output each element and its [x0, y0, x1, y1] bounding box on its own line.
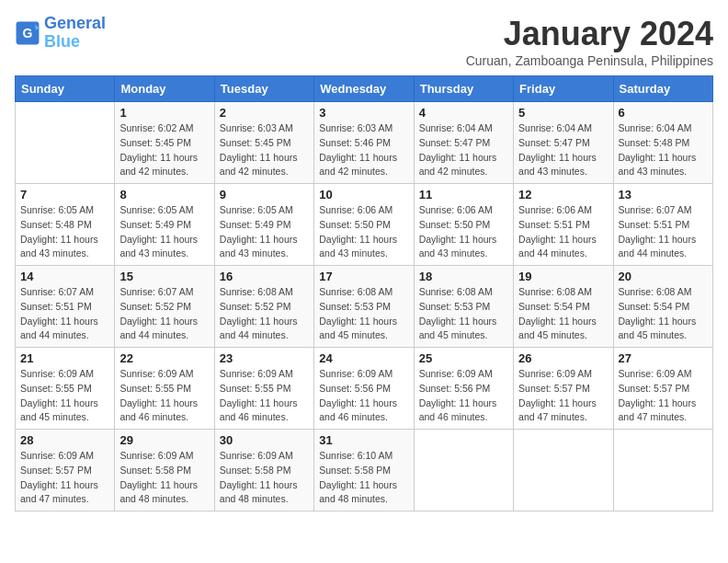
day-detail: Sunrise: 6:09 AMSunset: 5:57 PMDaylight:…: [20, 449, 109, 507]
calendar-cell: 27Sunrise: 6:09 AMSunset: 5:57 PMDayligh…: [613, 348, 712, 430]
calendar-cell: 15Sunrise: 6:07 AMSunset: 5:52 PMDayligh…: [115, 266, 214, 348]
day-number: 7: [20, 188, 109, 201]
day-detail: Sunrise: 6:09 AMSunset: 5:57 PMDaylight:…: [518, 367, 608, 425]
day-number: 14: [20, 270, 109, 283]
calendar-cell: 22Sunrise: 6:09 AMSunset: 5:55 PMDayligh…: [115, 348, 214, 430]
day-detail: Sunrise: 6:06 AMSunset: 5:50 PMDaylight:…: [419, 203, 508, 261]
calendar-cell: 4Sunrise: 6:04 AMSunset: 5:47 PMDaylight…: [414, 102, 513, 184]
day-number: 8: [119, 188, 209, 201]
weekday-sunday: Sunday: [16, 76, 115, 102]
day-number: 17: [319, 270, 408, 283]
day-detail: Sunrise: 6:07 AMSunset: 5:51 PMDaylight:…: [619, 203, 708, 261]
day-detail: Sunrise: 6:08 AMSunset: 5:52 PMDaylight:…: [220, 285, 309, 343]
day-detail: Sunrise: 6:05 AMSunset: 5:48 PMDaylight:…: [20, 203, 109, 261]
day-detail: Sunrise: 6:09 AMSunset: 5:56 PMDaylight:…: [419, 367, 508, 425]
day-number: 2: [220, 106, 309, 120]
logo: G General Blue: [15, 15, 106, 52]
day-detail: Sunrise: 6:08 AMSunset: 5:54 PMDaylight:…: [518, 285, 608, 343]
calendar-cell: 16Sunrise: 6:08 AMSunset: 5:52 PMDayligh…: [214, 266, 313, 348]
weekday-thursday: Thursday: [414, 76, 513, 102]
calendar-cell: 12Sunrise: 6:06 AMSunset: 5:51 PMDayligh…: [514, 184, 613, 266]
calendar-cell: 24Sunrise: 6:09 AMSunset: 5:56 PMDayligh…: [314, 348, 414, 430]
calendar-week-4: 21Sunrise: 6:09 AMSunset: 5:55 PMDayligh…: [16, 348, 713, 430]
day-detail: Sunrise: 6:03 AMSunset: 5:45 PMDaylight:…: [220, 121, 309, 179]
calendar-cell: 28Sunrise: 6:09 AMSunset: 5:57 PMDayligh…: [16, 430, 115, 511]
day-number: 13: [619, 188, 708, 201]
day-detail: Sunrise: 6:09 AMSunset: 5:56 PMDaylight:…: [319, 367, 408, 425]
day-number: 22: [119, 351, 209, 365]
calendar-cell: 10Sunrise: 6:06 AMSunset: 5:50 PMDayligh…: [314, 184, 414, 266]
calendar-cell: 26Sunrise: 6:09 AMSunset: 5:57 PMDayligh…: [514, 348, 613, 430]
calendar-cell: 23Sunrise: 6:09 AMSunset: 5:55 PMDayligh…: [214, 348, 313, 430]
day-number: 31: [319, 433, 408, 447]
calendar-cell: 1Sunrise: 6:02 AMSunset: 5:45 PMDaylight…: [115, 102, 214, 184]
day-number: 6: [619, 106, 708, 120]
day-detail: Sunrise: 6:09 AMSunset: 5:58 PMDaylight:…: [220, 449, 309, 507]
day-detail: Sunrise: 6:08 AMSunset: 5:53 PMDaylight:…: [419, 285, 508, 343]
day-number: 9: [220, 188, 309, 201]
day-number: 27: [619, 351, 708, 365]
day-detail: Sunrise: 6:05 AMSunset: 5:49 PMDaylight:…: [220, 203, 309, 261]
day-number: 16: [220, 270, 309, 283]
calendar-cell: [414, 430, 513, 511]
day-number: 29: [119, 433, 209, 447]
logo-icon: G: [15, 20, 40, 46]
day-number: 15: [119, 270, 209, 283]
day-detail: Sunrise: 6:05 AMSunset: 5:49 PMDaylight:…: [119, 203, 209, 261]
calendar-week-5: 28Sunrise: 6:09 AMSunset: 5:57 PMDayligh…: [16, 430, 713, 511]
day-number: 11: [419, 188, 508, 201]
day-number: 4: [419, 106, 508, 120]
day-number: 30: [220, 433, 309, 447]
day-number: 3: [319, 106, 408, 120]
day-detail: Sunrise: 6:08 AMSunset: 5:54 PMDaylight:…: [619, 285, 708, 343]
svg-text:G: G: [23, 25, 33, 40]
calendar-subtitle: Curuan, Zamboanga Peninsula, Philippines: [466, 53, 713, 68]
day-number: 24: [319, 351, 408, 365]
day-detail: Sunrise: 6:06 AMSunset: 5:51 PMDaylight:…: [518, 203, 608, 261]
day-detail: Sunrise: 6:09 AMSunset: 5:57 PMDaylight:…: [619, 367, 708, 425]
calendar-week-1: 1Sunrise: 6:02 AMSunset: 5:45 PMDaylight…: [16, 102, 713, 184]
calendar-cell: 9Sunrise: 6:05 AMSunset: 5:49 PMDaylight…: [214, 184, 313, 266]
calendar-cell: 7Sunrise: 6:05 AMSunset: 5:48 PMDaylight…: [16, 184, 115, 266]
page-header: G General Blue January 2024 Curuan, Zamb…: [15, 15, 713, 68]
day-number: 20: [619, 270, 708, 283]
calendar-cell: 21Sunrise: 6:09 AMSunset: 5:55 PMDayligh…: [16, 348, 115, 430]
day-number: 18: [419, 270, 508, 283]
calendar-cell: 6Sunrise: 6:04 AMSunset: 5:48 PMDaylight…: [613, 102, 712, 184]
day-number: 1: [119, 106, 209, 120]
weekday-tuesday: Tuesday: [214, 76, 313, 102]
day-number: 21: [20, 351, 109, 365]
calendar-cell: 17Sunrise: 6:08 AMSunset: 5:53 PMDayligh…: [314, 266, 414, 348]
calendar-cell: 20Sunrise: 6:08 AMSunset: 5:54 PMDayligh…: [613, 266, 712, 348]
day-detail: Sunrise: 6:02 AMSunset: 5:45 PMDaylight:…: [119, 121, 209, 179]
calendar-cell: 14Sunrise: 6:07 AMSunset: 5:51 PMDayligh…: [16, 266, 115, 348]
logo-text: General Blue: [44, 15, 106, 52]
title-area: January 2024 Curuan, Zamboanga Peninsula…: [466, 15, 713, 68]
calendar-cell: [16, 102, 115, 184]
day-number: 19: [518, 270, 608, 283]
day-detail: Sunrise: 6:03 AMSunset: 5:46 PMDaylight:…: [319, 121, 408, 179]
calendar-cell: 13Sunrise: 6:07 AMSunset: 5:51 PMDayligh…: [613, 184, 712, 266]
calendar-cell: 11Sunrise: 6:06 AMSunset: 5:50 PMDayligh…: [414, 184, 513, 266]
day-detail: Sunrise: 6:09 AMSunset: 5:58 PMDaylight:…: [119, 449, 209, 507]
day-detail: Sunrise: 6:04 AMSunset: 5:48 PMDaylight:…: [619, 121, 708, 179]
day-number: 12: [518, 188, 608, 201]
calendar-cell: 19Sunrise: 6:08 AMSunset: 5:54 PMDayligh…: [514, 266, 613, 348]
day-detail: Sunrise: 6:09 AMSunset: 5:55 PMDaylight:…: [119, 367, 209, 425]
day-detail: Sunrise: 6:07 AMSunset: 5:52 PMDaylight:…: [119, 285, 209, 343]
calendar-cell: [514, 430, 613, 511]
calendar-cell: 29Sunrise: 6:09 AMSunset: 5:58 PMDayligh…: [115, 430, 214, 511]
calendar-cell: 8Sunrise: 6:05 AMSunset: 5:49 PMDaylight…: [115, 184, 214, 266]
calendar-body: 1Sunrise: 6:02 AMSunset: 5:45 PMDaylight…: [16, 102, 713, 511]
day-number: 10: [319, 188, 408, 201]
weekday-saturday: Saturday: [613, 76, 712, 102]
weekday-wednesday: Wednesday: [314, 76, 414, 102]
calendar-cell: 2Sunrise: 6:03 AMSunset: 5:45 PMDaylight…: [214, 102, 313, 184]
calendar-cell: 5Sunrise: 6:04 AMSunset: 5:47 PMDaylight…: [514, 102, 613, 184]
calendar-week-2: 7Sunrise: 6:05 AMSunset: 5:48 PMDaylight…: [16, 184, 713, 266]
day-detail: Sunrise: 6:07 AMSunset: 5:51 PMDaylight:…: [20, 285, 109, 343]
day-number: 5: [518, 106, 608, 120]
day-detail: Sunrise: 6:09 AMSunset: 5:55 PMDaylight:…: [220, 367, 309, 425]
day-number: 23: [220, 351, 309, 365]
day-detail: Sunrise: 6:08 AMSunset: 5:53 PMDaylight:…: [319, 285, 408, 343]
